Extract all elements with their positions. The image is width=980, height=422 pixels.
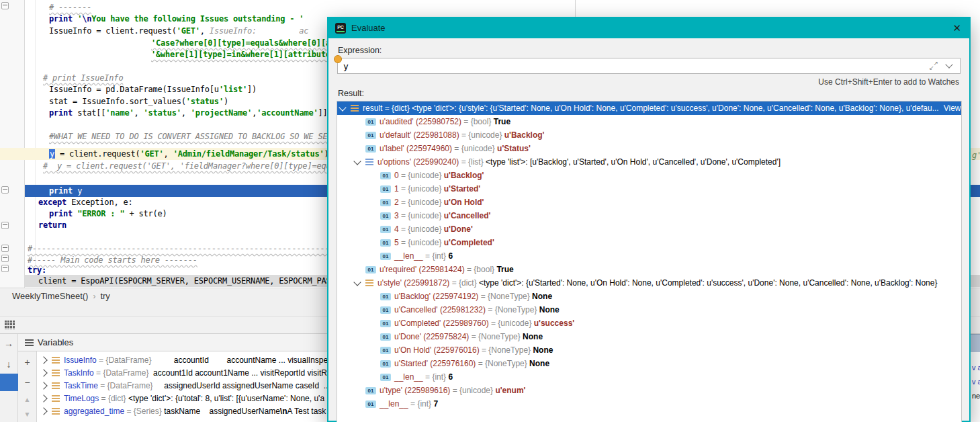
- expand-editor-icon[interactable]: ↗ ↙: [929, 60, 938, 71]
- history-chevron-icon[interactable]: [945, 60, 952, 68]
- variable-row-text: aggregated_time = {Series} taskName assi…: [64, 407, 337, 416]
- close-icon[interactable]: ✕: [952, 18, 961, 38]
- code-line: except Exception, e:: [38, 197, 133, 208]
- tree-row-text: u'Started' (225976160) = {NoneType} None: [394, 359, 549, 368]
- tree-row-text: __len__ = {int} 6: [394, 372, 453, 382]
- watches-toolbar: + − ▲ ▼: [18, 351, 37, 422]
- show-execution-point-icon[interactable]: →: [0, 338, 17, 349]
- code-line: stat = IssueInfo.sort_values('status'): [49, 96, 228, 108]
- expand-arrow-ne-icon: ↗: [933, 60, 938, 67]
- code-line: # -------: [49, 2, 91, 13]
- result-tree-row[interactable]: 01u'required' (225981424) = {bool} True: [337, 263, 961, 276]
- value-badge-icon: 01: [380, 360, 391, 368]
- expanded-chevron-icon[interactable]: [339, 103, 346, 111]
- fold-marker-icon[interactable]: [1, 222, 9, 229]
- dict-icon: [52, 395, 60, 402]
- tree-row-text: 4 = {unicode} u'Done': [394, 224, 473, 234]
- result-tree-row[interactable]: u'options' (225990240) = {list} <type 'l…: [337, 155, 961, 169]
- result-tree-row[interactable]: 01u'Backlog' (225974192) = {NoneType} No…: [337, 290, 961, 303]
- evaluate-dialog: PC Evaluate ✕ Expression: y ↗ ↙ Use Ctrl…: [327, 17, 971, 422]
- result-tree-row[interactable]: 01u'On Hold' (225976016) = {NoneType} No…: [337, 343, 961, 357]
- menu-icon[interactable]: [25, 339, 34, 346]
- step-into-icon[interactable]: ↓: [0, 359, 17, 370]
- result-tree-row[interactable]: 010 = {unicode} u'Backlog': [337, 169, 961, 182]
- breadcrumb-context[interactable]: WeeklyTimeSheet(): [12, 291, 88, 301]
- expression-value: y: [343, 60, 349, 72]
- expanded-chevron-icon[interactable]: [353, 157, 361, 165]
- result-tree-row[interactable]: 01u'label' (225974960) = {unicode} u'Sta…: [337, 142, 961, 155]
- result-tree-row[interactable]: u'style' (225991872) = {dict} <type 'dic…: [337, 276, 961, 290]
- result-tree-row[interactable]: 01__len__ = {int} 6: [337, 370, 961, 384]
- value-badge-icon: 01: [380, 320, 391, 327]
- result-tree-row[interactable]: 014 = {unicode} u'Done': [337, 222, 961, 236]
- right-margin-line: [575, 0, 576, 17]
- dict-icon: [351, 105, 359, 112]
- move-up-icon[interactable]: ▲: [18, 396, 36, 403]
- result-tree-row[interactable]: 01u'Done' (225975824) = {NoneType} None: [337, 330, 961, 343]
- code-line: client = EspoAPI(ESPOCRM_SERVER, ESPOCRM…: [38, 276, 341, 287]
- tree-row-text: 0 = {unicode} u'Backlog': [394, 171, 484, 180]
- result-tree-row[interactable]: 011 = {unicode} u'Started': [337, 182, 961, 196]
- tree-row-text: result = {dict} <type 'dict'>: {u'style'…: [363, 103, 939, 113]
- code-line: 'Case?where[0][type]=equals&where[0][a: [151, 38, 330, 49]
- result-tree-row[interactable]: 01u'Completed' (225989760) = {unicode} u…: [337, 316, 961, 330]
- value-badge-icon: 01: [380, 347, 391, 354]
- collapsed-chevron-icon[interactable]: [40, 407, 47, 415]
- fold-marker-icon[interactable]: [1, 245, 9, 252]
- tree-row-text: u'default' (225981088) = {unicode} u'Bac…: [380, 130, 544, 140]
- add-watch-icon[interactable]: +: [18, 357, 36, 368]
- code-line: print '\nYou have the following Issues o…: [49, 13, 304, 25]
- code-line: print "ERROR : " + str(e): [49, 208, 167, 220]
- value-badge-icon: 01: [380, 293, 391, 300]
- collapsed-chevron-icon[interactable]: [40, 356, 47, 364]
- value-badge-icon: 01: [380, 306, 391, 314]
- fold-marker-icon[interactable]: [1, 186, 9, 194]
- fold-marker-icon[interactable]: [1, 2, 9, 9]
- result-tree-row[interactable]: 01u'Started' (225976160) = {NoneType} No…: [337, 357, 961, 370]
- result-tree-row[interactable]: 01__len__ = {int} 7: [337, 397, 961, 411]
- collapsed-chevron-icon[interactable]: [40, 394, 47, 402]
- result-tree-row[interactable]: 013 = {unicode} u'Cancelled': [337, 209, 961, 222]
- expanded-chevron-icon[interactable]: [353, 278, 361, 286]
- selected-toolbar-button[interactable]: [0, 374, 18, 391]
- code-line: return: [38, 220, 66, 231]
- code-line: '&where[1][type]=in&where[1][attribute: [151, 49, 330, 60]
- result-tree-row[interactable]: 015 = {unicode} u'Completed': [337, 236, 961, 249]
- hint-bulb-icon[interactable]: [334, 55, 342, 63]
- fold-marker-icon[interactable]: [1, 255, 9, 262]
- collapsed-chevron-icon[interactable]: [40, 369, 47, 376]
- result-tree-row[interactable]: 012 = {unicode} u'On Hold': [337, 196, 961, 209]
- dict-icon: [52, 357, 60, 364]
- result-tree-row[interactable]: 01u'default' (225981088) = {unicode} u'B…: [337, 128, 961, 142]
- tree-row-text: 2 = {unicode} u'On Hold': [394, 198, 484, 207]
- result-tree-row[interactable]: 01u'type' (225989616) = {unicode} u'enum…: [337, 384, 961, 397]
- ide-window: # -------print '\nYou have the following…: [0, 0, 980, 422]
- grid-icon[interactable]: [5, 321, 15, 329]
- result-tree-row[interactable]: 01u'audited' (225980752) = {bool} True: [337, 115, 961, 128]
- tree-row-text: u'audited' (225980752) = {bool} True: [380, 117, 510, 126]
- variables-panel-title: Variables: [38, 337, 73, 347]
- expression-input[interactable]: y ↗ ↙: [337, 58, 961, 74]
- result-tree-row[interactable]: result = {dict} <type 'dict'>: {u'style'…: [337, 101, 961, 115]
- remove-watch-icon[interactable]: −: [18, 377, 36, 388]
- tree-row-text: u'Done' (225975824) = {NoneType} None: [394, 332, 543, 341]
- view-link[interactable]: View: [939, 103, 961, 113]
- result-tree[interactable]: result = {dict} <type 'dict'>: {u'style'…: [337, 101, 962, 422]
- tree-row-text: u'Completed' (225989760) = {unicode} u's…: [394, 319, 574, 328]
- variables-header-continuation: [971, 334, 980, 352]
- value-badge-icon: 01: [380, 374, 391, 381]
- breadcrumb-item[interactable]: try: [100, 291, 109, 301]
- fold-marker-icon[interactable]: [1, 265, 9, 272]
- code-line: print stat[['name', 'status', 'projectNa…: [49, 108, 328, 119]
- result-tree-row[interactable]: 01__len__ = {int} 6: [337, 249, 961, 263]
- collapsed-chevron-icon[interactable]: [40, 382, 47, 389]
- result-tree-row[interactable]: 01u'Cancelled' (225981232) = {NoneType} …: [337, 303, 961, 316]
- code-line: g': [972, 150, 980, 161]
- move-down-icon[interactable]: ▼: [18, 411, 36, 418]
- tree-row-text: u'type' (225989616) = {unicode} u'enum': [380, 386, 525, 395]
- tree-row-text: __len__ = {int} 7: [380, 399, 438, 409]
- dict-icon: [52, 408, 60, 415]
- tree-row-text: 5 = {unicode} u'Completed': [394, 238, 494, 247]
- clipped-text-fragment: v a: [972, 364, 980, 372]
- dialog-titlebar[interactable]: PC Evaluate ✕: [328, 18, 969, 38]
